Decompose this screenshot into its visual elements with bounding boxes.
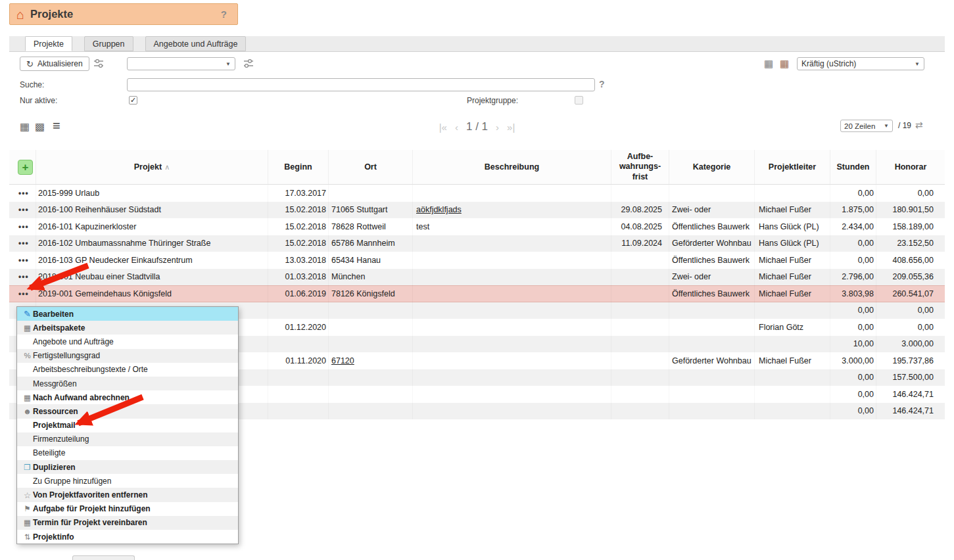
menu-item-projektmail[interactable]: Projektmail [17,419,238,432]
first-page-icon[interactable]: |« [439,122,447,133]
refresh-label: Aktualisieren [37,59,83,68]
cell-kategorie: Zwei- oder [669,269,755,286]
table-row[interactable]: ••• 2016-101 Kapuzinerkloster 15.02.2018… [9,218,945,235]
column-header-honorar[interactable]: Honorar [876,150,945,184]
refresh-list-icon[interactable]: ⇄ [915,120,923,130]
cell-ort [329,185,413,202]
sort-settings-icon[interactable] [93,58,104,68]
cell-projektleiter: Michael Fußer [755,285,830,302]
menu-item-nach-aufwand-abrechnen[interactable]: ▦ Nach Aufwand abrechnen [17,390,238,404]
table-row[interactable]: ••• 2016-102 Umbaumassnahme Thüringer St… [9,235,945,252]
cell-beschreibung [413,386,611,403]
rows-per-page-select[interactable]: 20 Zeilen ▼ [840,120,893,132]
menu-item-ressourcen[interactable]: ☻ Ressourcen [17,404,238,418]
row-menu-cell: ••• [9,218,36,235]
column-header-projektleiter[interactable]: Projektleiter [755,150,830,184]
cell-beschreibung [413,185,611,202]
panel-icon[interactable]: ▦ [764,58,773,70]
filter-settings-icon[interactable] [243,58,254,68]
row-menu-button[interactable]: ••• [18,222,29,231]
row-menu-button[interactable]: ••• [18,189,29,198]
cell-beschreibung[interactable]: aökfjdklfjads [413,202,611,219]
column-header-kategorie[interactable]: Kategorie [669,150,755,184]
refresh-button[interactable]: ↻ Aktualisieren [20,57,89,71]
next-page-icon[interactable]: › [496,122,499,133]
column-header-aufbewahrungsfrist[interactable]: Aufbe- wahrungs- frist [611,150,669,184]
table-row[interactable]: ••• 2015-999 Urlaub 17.03.2017 0,00 0,00 [9,185,945,202]
column-header-projekt[interactable]: Projekt ∧ [36,150,268,184]
menu-item-beteiligte[interactable]: Beteiligte [17,446,238,460]
row-menu-button[interactable]: ••• [18,256,29,265]
cell-aufbewahrungsfrist [611,185,669,202]
cell-kategorie: Öffentliches Bauwerk [669,252,755,269]
menu-item-firmenzuteilung[interactable]: Firmenzuteilung [17,432,238,446]
menu-item-projektinfo[interactable]: ⇅ Projektinfo [17,530,238,544]
cell-beschreibung [413,319,611,336]
column-header-beginn[interactable]: Beginn [268,150,329,184]
search-help-icon[interactable]: ? [599,79,605,89]
table-icon[interactable]: ▦ [780,58,789,70]
menu-item-arbeitspakete[interactable]: ▦ Arbeitspakete [17,321,238,335]
help-icon[interactable]: ? [221,9,227,20]
add-project-cell: + [9,150,36,184]
menu-item-angebote-und-aufträge[interactable]: Angebote und Aufträge [17,335,238,348]
cell-projekt: 2016-100 Reihenhäuser Südstadt [36,202,268,219]
menu-item-zu-gruppe-hinzufügen[interactable]: Zu Gruppe hinzufügen [17,474,238,488]
cell-aufbewahrungsfrist: 11.09.2024 [611,235,669,252]
search-input[interactable] [127,78,595,91]
cell-ort[interactable]: 67120 [329,352,413,369]
calendar-grid-icon[interactable]: ▦ [20,120,30,133]
row-menu-button[interactable]: ••• [18,205,29,214]
cell-beginn: 01.06.2019 [268,285,329,302]
menu-item-messgrößen[interactable]: Messgrößen [17,377,238,390]
cell-ort: 71065 Stuttgart [329,202,413,219]
table-row[interactable]: ••• 2016-103 GP Neudecker Einkaufszentru… [9,252,945,269]
saved-filter-dropdown[interactable]: ▼ [127,57,235,70]
tab-projekte[interactable]: Projekte [25,36,72,51]
menu-item-aufgabe-für-projekt-hinzufügen[interactable]: ⚑ Aufgabe für Projekt hinzufügen [17,502,238,516]
column-header-beschreibung[interactable]: Beschreibung [413,150,611,184]
cell-projekt: 2016-102 Umbaumassnahme Thüringer Straße [36,235,268,252]
cell-honorar: 195.737,86 [876,352,945,369]
cell-kategorie: Geförderter Wohnbau [669,352,755,369]
prev-page-icon[interactable]: ‹ [455,122,458,133]
menu-item-duplizieren[interactable]: ❐ Duplizieren [17,460,238,474]
cell-honorar: 146.424,71 [876,403,945,420]
menu-item-fertigstellungsgrad[interactable]: % Fertigstellungsgrad [17,349,238,363]
edit-icon: ✎ [22,309,33,319]
menu-item-arbeitsbeschreibungstexte-orte[interactable]: Arbeitsbeschreibungstexte / Orte [17,363,238,377]
theme-dropdown[interactable]: Kräftig (uStrich) ▼ [797,57,924,70]
cell-aufbewahrungsfrist [611,302,669,319]
cell-honorar: 3.000,00 [876,336,945,353]
table-row[interactable]: ••• 2019-001 Gemeindehaus Königsfeld 01.… [9,285,945,302]
crossed-grid-icon[interactable]: ▩ [35,120,45,133]
cell-beschreibung [413,235,611,252]
menu-item-termin-für-projekt-vereinbaren[interactable]: ▦ Termin für Projekt vereinbaren [17,516,238,530]
row-menu-button[interactable]: ••• [18,239,29,248]
menu-item-bearbeiten[interactable]: ✎ Bearbeiten [17,307,238,321]
row-menu-button[interactable]: ••• [18,272,29,281]
star-icon: ☆ [22,490,33,500]
info-icon: ⇅ [22,532,33,542]
cell-ort [329,336,413,353]
column-header-stunden[interactable]: Stunden [830,150,876,184]
only-active-checkbox[interactable]: ✓ [129,96,137,105]
row-menu-button[interactable]: ••• [18,289,29,298]
project-group-checkbox[interactable] [575,96,583,105]
cell-ort: 78126 Königsfeld [329,285,413,302]
cell-ort: 78628 Rottweil [329,218,413,235]
add-project-button[interactable]: + [18,160,33,175]
menu-item-von-projektfavoriten-entfernen[interactable]: ☆ Von Projektfavoriten entfernen [17,488,238,502]
cell-projekt: 2016-103 GP Neudecker Einkaufszentrum [36,252,268,269]
last-page-icon[interactable]: »| [507,122,515,133]
table-row[interactable]: ••• 2018-001 Neubau einer Stadtvilla 01.… [9,269,945,286]
chevron-down-icon: ▼ [915,61,920,67]
column-header-ort[interactable]: Ort [329,150,413,184]
tab-gruppen[interactable]: Gruppen [84,36,133,51]
list-icon[interactable]: ≡ [53,118,60,133]
tab-angebote-und-aufträge[interactable]: Angebote und Aufträge [145,36,247,51]
cell-honorar: 23.152,50 [876,235,945,252]
cell-projektleiter [755,386,830,403]
table-row[interactable]: ••• 2016-100 Reihenhäuser Südstadt 15.02… [9,202,945,219]
refresh-icon: ↻ [26,59,34,69]
